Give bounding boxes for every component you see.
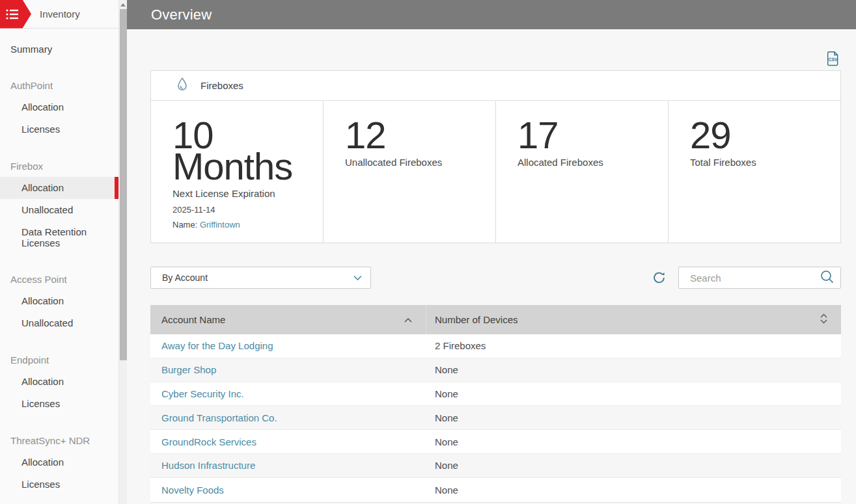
stat-label: Unallocated Fireboxes xyxy=(345,157,482,168)
stat-unallocated-fireboxes: 12Unallocated Fireboxes xyxy=(324,101,496,243)
sidebar-item-data-retention-licenses[interactable]: Data Retention Licenses xyxy=(0,221,118,254)
scrollbar-thumb[interactable] xyxy=(120,9,127,360)
accounts-table: Account Name Number of Devices xyxy=(150,305,841,503)
list-icon xyxy=(6,8,19,20)
app-window: Inventory SummaryAuthPointAllocationLice… xyxy=(0,0,856,504)
table-row: Novelty FoodsNone xyxy=(150,478,841,502)
sidebar-section-threatsync-ndr: ThreatSync+ NDR xyxy=(0,429,118,451)
stat-value: 12 xyxy=(345,120,482,151)
table-row: Cyber Security Inc.None xyxy=(150,382,841,406)
device-count: None xyxy=(426,358,841,382)
device-count: None xyxy=(426,382,841,406)
sidebar-item-allocation[interactable]: Allocation xyxy=(0,290,118,312)
group-by-select[interactable]: By Account xyxy=(150,267,371,289)
export-csv-button[interactable]: CSV xyxy=(825,50,841,67)
column-header-account-name[interactable]: Account Name xyxy=(150,305,426,334)
sidebar-item-allocation[interactable]: Allocation xyxy=(0,177,118,199)
table-controls: By Account xyxy=(150,267,841,289)
sidebar-title: Inventory xyxy=(40,8,80,20)
sidebar-item-licenses[interactable]: Licenses xyxy=(0,118,118,140)
account-link-ground-transportation-co[interactable]: Ground Transportation Co. xyxy=(161,412,277,423)
stat-label: Next License Expiration xyxy=(173,188,310,199)
sidebar-item-summary[interactable]: Summary xyxy=(0,38,118,60)
account-link-cyber-security-inc[interactable]: Cyber Security Inc. xyxy=(161,388,244,399)
fireboxes-card: Fireboxes 10MonthsNext License Expiratio… xyxy=(150,70,841,243)
export-row: CSV xyxy=(150,50,841,67)
account-link-groundrock-services[interactable]: GroundRock Services xyxy=(161,436,256,447)
csv-file-icon: CSV xyxy=(825,50,841,67)
device-count: None xyxy=(426,454,841,477)
sidebar: Inventory SummaryAuthPointAllocationLice… xyxy=(0,0,127,504)
sidebar-item-allocation[interactable]: Allocation xyxy=(0,96,118,118)
table-body: Away for the Day Lodging2 FireboxesBurge… xyxy=(150,334,841,502)
account-link-hudson-infrastructure[interactable]: Hudson Infrastructure xyxy=(161,460,255,471)
stat-total-fireboxes: 29Total Fireboxes xyxy=(669,101,840,243)
sidebar-section-endpoint: Endpoint xyxy=(0,349,118,371)
scrollbar-up-button[interactable] xyxy=(119,0,127,9)
sidebar-section-firebox: Firebox xyxy=(0,155,118,177)
stat-expiration-date: 2025-11-14 xyxy=(173,205,310,215)
search-box xyxy=(678,267,841,289)
sidebar-header: Inventory xyxy=(0,0,118,29)
svg-text:CSV: CSV xyxy=(828,57,838,62)
device-count: 2 Fireboxes xyxy=(426,334,841,358)
sidebar-item-allocation[interactable]: Allocation xyxy=(0,451,118,473)
group-by-value: By Account xyxy=(162,272,353,283)
stats-row: 10MonthsNext License Expiration2025-11-1… xyxy=(151,101,840,243)
sidebar-item-licenses[interactable]: Licenses xyxy=(0,473,118,496)
inventory-menu-button[interactable] xyxy=(0,0,31,29)
account-link-novelty-foods[interactable]: Novelty Foods xyxy=(161,484,224,496)
stat-value: 29 xyxy=(690,120,827,151)
table-row: GroundRock ServicesNone xyxy=(150,430,841,454)
table-row: Away for the Day Lodging2 Fireboxes xyxy=(150,334,841,358)
sidebar-section-access-point: Access Point xyxy=(0,268,118,290)
stat-label: Allocated Fireboxes xyxy=(518,157,655,168)
chevron-down-icon xyxy=(353,272,363,284)
stat-device-name: Name: Griffintown xyxy=(173,220,310,230)
table-header: Account Name Number of Devices xyxy=(150,305,841,334)
stat-allocated-fireboxes: 17Allocated Fireboxes xyxy=(496,101,669,243)
sidebar-scrollbar[interactable] xyxy=(118,0,127,504)
refresh-icon xyxy=(651,269,667,286)
main-panel: Overview CSV xyxy=(127,0,856,504)
device-count: None xyxy=(426,406,841,429)
sort-updown-icon xyxy=(820,313,828,326)
fireboxes-card-header: Fireboxes xyxy=(151,71,840,101)
account-link-away-for-the-day-lodging[interactable]: Away for the Day Lodging xyxy=(161,340,273,351)
refresh-button[interactable] xyxy=(651,269,667,286)
sidebar-nav: SummaryAuthPointAllocationLicensesFirebo… xyxy=(0,29,118,496)
expiring-device-link[interactable]: Griffintown xyxy=(200,220,240,230)
card-title: Fireboxes xyxy=(200,80,243,91)
stat-label: Total Fireboxes xyxy=(690,157,827,168)
sidebar-item-allocation[interactable]: Allocation xyxy=(0,371,118,393)
search-icon[interactable] xyxy=(820,269,835,287)
table-row: Burger ShopNone xyxy=(150,358,841,382)
sidebar-item-unallocated[interactable]: Unallocated xyxy=(0,312,118,334)
page-content: CSV Fireboxes 10MonthsNext License Expir… xyxy=(127,29,856,503)
sidebar-section-authpoint: AuthPoint xyxy=(0,74,118,96)
device-count: None xyxy=(426,430,841,453)
column-header-number-of-devices[interactable]: Number of Devices xyxy=(426,305,841,334)
table-row: Hudson InfrastructureNone xyxy=(150,454,841,478)
sidebar-item-licenses[interactable]: Licenses xyxy=(0,393,118,415)
sort-ascending-icon xyxy=(404,314,413,325)
arrow-up-icon xyxy=(120,3,126,7)
stat-next-license-expiration: 10MonthsNext License Expiration2025-11-1… xyxy=(151,101,324,243)
account-link-burger-shop[interactable]: Burger Shop xyxy=(161,364,216,375)
device-count: None xyxy=(426,478,841,502)
table-row: Ground Transportation Co.None xyxy=(150,406,841,430)
sidebar-item-unallocated[interactable]: Unallocated xyxy=(0,199,118,221)
search-input[interactable] xyxy=(679,268,820,287)
firebox-flame-icon xyxy=(175,77,189,95)
stat-value: 17 xyxy=(518,120,655,151)
page-title: Overview xyxy=(127,7,212,23)
stat-unit: Months xyxy=(173,151,310,182)
page-header: Overview xyxy=(127,0,856,29)
